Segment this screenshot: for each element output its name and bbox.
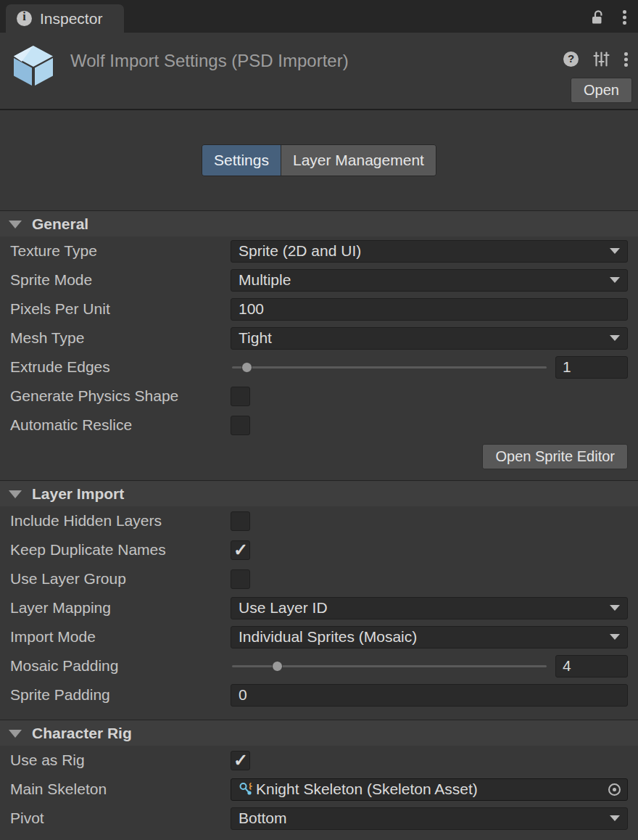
sprite-mode-label: Sprite Mode: [10, 271, 231, 289]
header-actions: [563, 52, 628, 67]
layer-mapping-label: Layer Mapping: [10, 599, 231, 617]
chevron-down-icon: [610, 634, 620, 640]
include-hidden-layers-checkbox[interactable]: [231, 511, 250, 531]
pivot-row: Pivot Bottom: [0, 804, 638, 833]
texture-type-row: Texture Type Sprite (2D and UI): [0, 236, 638, 265]
chevron-down-icon: [610, 335, 620, 341]
window-tab-bar: Inspector: [0, 0, 638, 33]
tab-settings[interactable]: Settings: [202, 145, 281, 176]
sprite-padding-label: Sprite Padding: [10, 686, 231, 704]
extrude-edges-row: Extrude Edges 1: [0, 353, 638, 382]
layer-import-section-title: Layer Import: [32, 485, 124, 503]
asset-title: Wolf Import Settings (PSD Importer): [70, 51, 349, 71]
mesh-type-value: Tight: [237, 329, 610, 347]
slider-track[interactable]: [232, 366, 547, 368]
generate-physics-shape-checkbox[interactable]: [231, 387, 250, 406]
include-hidden-layers-row: Include Hidden Layers: [0, 506, 638, 535]
mosaic-padding-value-field[interactable]: 4: [555, 655, 628, 678]
import-mode-label: Import Mode: [10, 628, 231, 646]
texture-type-value: Sprite (2D and UI): [237, 242, 610, 260]
extrude-edges-value-field[interactable]: 1: [555, 356, 628, 379]
tab-bar-actions: [590, 9, 638, 33]
header-kebab-menu-icon[interactable]: [624, 52, 628, 67]
foldout-triangle-icon[interactable]: [9, 221, 22, 228]
slider-knob[interactable]: [241, 362, 252, 373]
chevron-down-icon: [610, 815, 620, 821]
info-icon: [17, 11, 32, 26]
extrude-edges-label: Extrude Edges: [10, 358, 231, 376]
slider-knob[interactable]: [272, 661, 283, 672]
keep-duplicate-names-checkbox[interactable]: [231, 540, 250, 560]
import-mode-dropdown[interactable]: Individual Sprites (Mosaic): [231, 626, 628, 648]
open-button[interactable]: Open: [571, 78, 632, 103]
use-layer-group-label: Use Layer Group: [10, 570, 231, 588]
layer-mapping-dropdown[interactable]: Use Layer ID: [231, 597, 628, 619]
extrude-edges-slider[interactable]: [231, 356, 548, 379]
layer-import-section-header[interactable]: Layer Import: [0, 480, 638, 506]
texture-type-label: Texture Type: [10, 242, 231, 260]
open-sprite-editor-button[interactable]: Open Sprite Editor: [482, 444, 628, 469]
pivot-value: Bottom: [237, 810, 610, 827]
include-hidden-layers-label: Include Hidden Layers: [10, 512, 231, 530]
section-layer-import: Layer Import Include Hidden Layers Keep …: [0, 480, 638, 709]
pivot-dropdown[interactable]: Bottom: [231, 807, 628, 830]
automatic-reslice-label: Automatic Reslice: [10, 416, 231, 434]
chevron-down-icon: [610, 248, 620, 254]
foldout-triangle-icon[interactable]: [9, 490, 22, 498]
general-section-header[interactable]: General: [0, 210, 638, 236]
character-rig-section-header[interactable]: Character Rig: [0, 720, 638, 746]
mosaic-padding-label: Mosaic Padding: [10, 657, 231, 675]
use-as-rig-label: Use as Rig: [10, 752, 231, 769]
sprite-mode-row: Sprite Mode Multiple: [0, 265, 638, 295]
help-icon[interactable]: [563, 52, 579, 67]
kebab-menu-icon[interactable]: [623, 9, 626, 25]
foldout-triangle-icon[interactable]: [9, 730, 22, 738]
generate-physics-shape-label: Generate Physics Shape: [10, 387, 231, 405]
character-rig-section-title: Character Rig: [32, 725, 132, 742]
presets-icon[interactable]: [593, 52, 610, 67]
sprite-mode-dropdown[interactable]: Multiple: [231, 269, 628, 292]
mode-tab-group: Settings Layer Management: [202, 144, 436, 176]
generate-physics-shape-row: Generate Physics Shape: [0, 382, 638, 411]
automatic-reslice-checkbox[interactable]: [231, 416, 250, 435]
lock-icon[interactable]: [590, 9, 605, 25]
texture-type-dropdown[interactable]: Sprite (2D and UI): [231, 240, 628, 263]
keep-duplicate-names-label: Keep Duplicate Names: [10, 541, 231, 559]
chevron-down-icon: [610, 605, 620, 611]
use-layer-group-checkbox[interactable]: [231, 569, 250, 589]
pixels-per-unit-row: Pixels Per Unit 100: [0, 295, 638, 324]
mesh-type-dropdown[interactable]: Tight: [231, 327, 628, 350]
mode-tabs-area: Settings Layer Management: [0, 110, 638, 210]
inspector-tab-label: Inspector: [40, 10, 102, 28]
main-skeleton-object-field[interactable]: Knight Skeleton (Skeleton Asset): [231, 778, 628, 801]
inspector-header: Wolf Import Settings (PSD Importer) Open: [0, 33, 638, 110]
main-skeleton-value: Knight Skeleton (Skeleton Asset): [256, 781, 478, 798]
object-picker-icon[interactable]: [608, 783, 621, 796]
sprite-padding-field[interactable]: 0: [231, 684, 628, 707]
pivot-label: Pivot: [10, 810, 231, 827]
section-character-rig: Character Rig Use as Rig Main Skeleton K…: [0, 720, 638, 833]
sprite-padding-value: 0: [237, 686, 247, 704]
psd-importer-cube-icon: [12, 44, 55, 86]
use-as-rig-checkbox[interactable]: [231, 751, 250, 770]
main-skeleton-row: Main Skeleton Knight Skeleton (Skeleton …: [0, 775, 638, 804]
pixels-per-unit-field[interactable]: 100: [231, 298, 628, 321]
layer-mapping-row: Layer Mapping Use Layer ID: [0, 593, 638, 622]
mosaic-padding-row: Mosaic Padding 4: [0, 651, 638, 680]
inspector-tab[interactable]: Inspector: [6, 4, 124, 33]
use-as-rig-row: Use as Rig: [0, 746, 638, 775]
layer-mapping-value: Use Layer ID: [237, 599, 610, 617]
keep-duplicate-names-row: Keep Duplicate Names: [0, 535, 638, 564]
general-section-title: General: [32, 215, 88, 233]
mesh-type-row: Mesh Type Tight: [0, 324, 638, 353]
tab-layer-management[interactable]: Layer Management: [281, 145, 436, 176]
chevron-down-icon: [610, 277, 620, 283]
sprite-editor-button-row: Open Sprite Editor: [0, 440, 638, 473]
pixels-per-unit-label: Pixels Per Unit: [10, 300, 231, 318]
sprite-mode-value: Multiple: [237, 271, 610, 289]
use-layer-group-row: Use Layer Group: [0, 564, 638, 593]
mesh-type-label: Mesh Type: [10, 329, 231, 347]
pixels-per-unit-value: 100: [237, 300, 264, 318]
mosaic-padding-slider[interactable]: [231, 655, 548, 678]
sprite-padding-row: Sprite Padding 0: [0, 680, 638, 709]
